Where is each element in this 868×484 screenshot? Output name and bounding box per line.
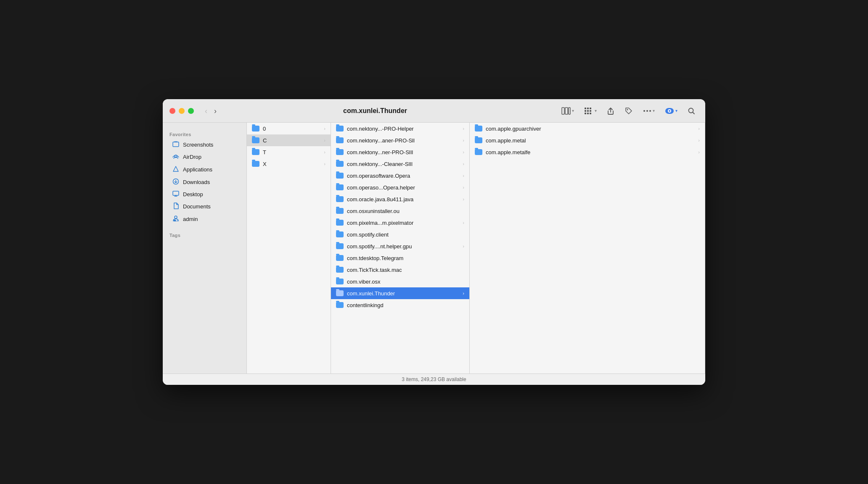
list-item[interactable]: com.operaso...Opera.helper › bbox=[331, 182, 469, 193]
list-item[interactable]: com.nektony...-PRO-Helper › bbox=[331, 123, 469, 134]
traffic-lights bbox=[169, 108, 194, 114]
file-name-C: C bbox=[263, 137, 267, 144]
admin-label: admin bbox=[183, 216, 198, 222]
search-icon bbox=[688, 107, 695, 115]
folder-icon bbox=[336, 184, 344, 190]
chevron-right-T: › bbox=[324, 150, 326, 155]
sidebar-item-downloads[interactable]: Downloads bbox=[165, 176, 244, 188]
svg-rect-10 bbox=[587, 113, 589, 114]
folder-icon bbox=[336, 255, 344, 261]
chevron-right: › bbox=[463, 244, 464, 249]
downloads-icon bbox=[172, 178, 180, 186]
svg-point-26 bbox=[175, 216, 177, 218]
list-item[interactable]: com.osxuninstaller.ou › bbox=[331, 205, 469, 217]
sidebar-item-applications[interactable]: Applications bbox=[165, 163, 244, 176]
svg-rect-8 bbox=[590, 110, 591, 112]
svg-rect-20 bbox=[173, 142, 179, 147]
window-title: com.xunlei.Thunder bbox=[192, 107, 558, 115]
chevron-right-C: › bbox=[324, 138, 326, 143]
screenshots-label: Screenshots bbox=[183, 142, 213, 148]
list-item[interactable]: com.apple.gpuarchiver › bbox=[470, 123, 705, 134]
folder-icon bbox=[336, 126, 344, 132]
file-item-X[interactable]: X › bbox=[247, 158, 331, 170]
folder-icon bbox=[336, 149, 344, 155]
list-item[interactable]: com.oracle.java.8u411.java › bbox=[331, 193, 469, 205]
list-item[interactable]: com.TickTick.task.mac › bbox=[331, 264, 469, 276]
screenshots-icon bbox=[172, 141, 180, 148]
chevron-right-0: › bbox=[324, 126, 326, 131]
eye-button[interactable]: ▾ bbox=[662, 105, 681, 116]
file-item-C[interactable]: C › bbox=[247, 134, 331, 146]
svg-rect-24 bbox=[173, 191, 179, 195]
list-item[interactable]: com.nektony...aner-PRO-Sll › bbox=[331, 134, 469, 146]
list-item[interactable]: contentlinkingd › bbox=[331, 299, 469, 311]
airdrop-icon bbox=[172, 153, 180, 161]
list-item[interactable]: com.spotify....nt.helper.gpu › bbox=[331, 240, 469, 252]
svg-rect-0 bbox=[562, 108, 564, 114]
chevron-right: › bbox=[463, 138, 464, 143]
file-name: com.nektony...-Cleaner-SlIl bbox=[347, 161, 413, 167]
list-item[interactable]: com.nektony...-Cleaner-SlIl › bbox=[331, 158, 469, 170]
admin-icon bbox=[172, 215, 180, 223]
folder-icon bbox=[475, 137, 482, 143]
more-icon bbox=[643, 110, 651, 112]
folder-icon bbox=[336, 302, 344, 308]
desktop-icon bbox=[172, 191, 180, 198]
file-name: com.osxuninstaller.ou bbox=[347, 208, 400, 214]
sidebar-item-documents[interactable]: Documents bbox=[165, 200, 244, 213]
chevron-right-thunder: › bbox=[463, 291, 464, 296]
tag-icon bbox=[625, 107, 633, 115]
svg-rect-9 bbox=[585, 113, 586, 114]
file-name: com.operaso...Opera.helper bbox=[347, 184, 415, 191]
file-name: com.viber.osx bbox=[347, 279, 380, 285]
list-item[interactable]: com.pixelma...m.pixelmator › bbox=[331, 217, 469, 229]
column-view-button[interactable]: ▾ bbox=[558, 105, 577, 117]
file-name: com.nektony...-PRO-Helper bbox=[347, 126, 414, 132]
folder-icon-C bbox=[252, 137, 259, 143]
list-item[interactable]: com.apple.metal › bbox=[470, 134, 705, 146]
file-name-T: T bbox=[263, 149, 266, 155]
svg-rect-1 bbox=[565, 108, 568, 114]
file-name: com.spotify.client bbox=[347, 231, 389, 238]
list-item[interactable]: com.operasoftware.Opera › bbox=[331, 170, 469, 182]
file-name-0: 0 bbox=[263, 126, 266, 132]
list-item[interactable]: com.viber.osx › bbox=[331, 276, 469, 287]
more-button[interactable]: ▾ bbox=[640, 106, 658, 115]
close-button[interactable] bbox=[169, 108, 175, 114]
svg-rect-4 bbox=[587, 108, 589, 109]
folder-icon bbox=[336, 267, 344, 273]
applications-label: Applications bbox=[183, 166, 212, 173]
sidebar-item-screenshots[interactable]: Screenshots bbox=[165, 139, 244, 150]
chevron-right: › bbox=[463, 161, 464, 166]
list-item[interactable]: com.spotify.client › bbox=[331, 229, 469, 240]
list-item[interactable]: com.nektony...ner-PRO-SlIl › bbox=[331, 146, 469, 158]
svg-rect-3 bbox=[585, 108, 586, 109]
minimize-button[interactable] bbox=[179, 108, 185, 114]
folder-icon-X bbox=[252, 161, 259, 167]
tag-button[interactable] bbox=[621, 105, 636, 117]
eye-icon bbox=[665, 108, 674, 114]
file-item-T[interactable]: T › bbox=[247, 146, 331, 158]
file-name: com.pixelma...m.pixelmator bbox=[347, 220, 413, 226]
file-item-0[interactable]: 0 › bbox=[247, 123, 331, 134]
folder-icon bbox=[336, 196, 344, 202]
desktop-label: Desktop bbox=[183, 191, 203, 197]
svg-point-15 bbox=[649, 110, 651, 112]
file-name: com.nektony...ner-PRO-SlIl bbox=[347, 149, 413, 155]
file-item-thunder[interactable]: com.xunlei.Thunder › bbox=[331, 287, 469, 299]
svg-rect-2 bbox=[569, 108, 570, 114]
list-item[interactable]: com.tdesktop.Telegram › bbox=[331, 252, 469, 264]
eye-chevron: ▾ bbox=[675, 108, 677, 113]
svg-rect-11 bbox=[590, 113, 591, 114]
share-button[interactable] bbox=[603, 105, 618, 117]
grid-view-button[interactable]: ▾ bbox=[581, 105, 600, 117]
list-item[interactable]: com.apple.metalfe › bbox=[470, 146, 705, 158]
sidebar-item-admin[interactable]: admin bbox=[165, 213, 244, 225]
folder-icon bbox=[336, 220, 344, 226]
chevron-right: › bbox=[463, 185, 464, 190]
status-text: 3 items, 249,23 GB available bbox=[402, 376, 466, 382]
search-button[interactable] bbox=[684, 105, 699, 117]
sidebar-item-desktop[interactable]: Desktop bbox=[165, 189, 244, 200]
chevron-right: › bbox=[463, 126, 464, 131]
sidebar-item-airdrop[interactable]: AirDrop bbox=[165, 151, 244, 163]
